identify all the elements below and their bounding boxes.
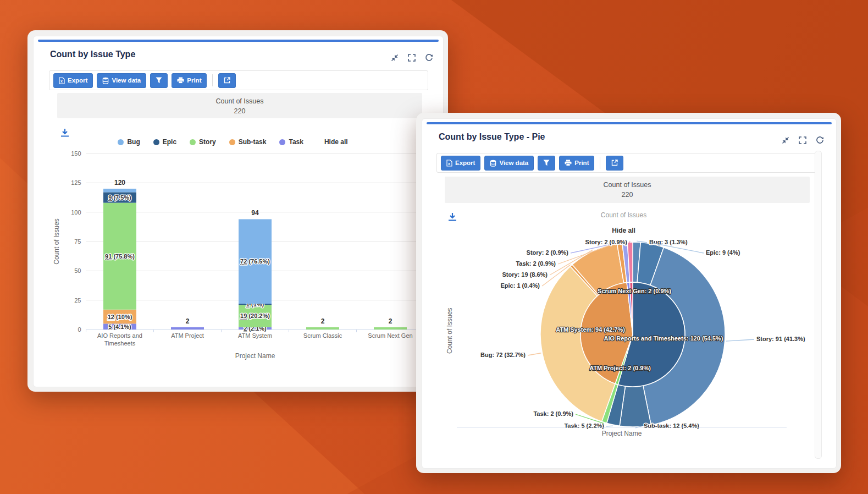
export-label: Export [68, 77, 87, 84]
bar-chart-window-body: Count by Issue Type x Export [33, 36, 444, 387]
svg-text:5 (4.1%): 5 (4.1%) [108, 323, 131, 330]
svg-text:AIO Reports and: AIO Reports and [97, 332, 142, 339]
external-link-icon [611, 160, 618, 166]
fullscreen-icon[interactable] [408, 54, 416, 62]
printer-icon [565, 160, 572, 166]
print-label: Print [187, 77, 201, 84]
external-link-icon [224, 77, 230, 84]
summary-label: Count of Issues [57, 96, 422, 106]
chart-toolbar: x Export View data Print [49, 70, 428, 90]
svg-text:Task: 2 (0.9%): Task: 2 (0.9%) [516, 260, 556, 267]
svg-text:75: 75 [74, 238, 81, 245]
svg-text:x: x [60, 79, 63, 83]
svg-text:150: 150 [71, 150, 81, 157]
excel-file-icon: x [59, 77, 65, 84]
summary-banner: Count of Issues 220 [57, 93, 422, 118]
svg-text:50: 50 [74, 267, 81, 274]
svg-text:Sub-task: 12 (5.4%): Sub-task: 12 (5.4%) [644, 422, 699, 429]
svg-text:12 (10%): 12 (10%) [108, 314, 132, 320]
svg-text:Story: 2 (0.9%): Story: 2 (0.9%) [527, 249, 569, 256]
view-data-button[interactable]: View data [97, 73, 146, 88]
svg-text:9 (7.5%): 9 (7.5%) [108, 194, 131, 201]
svg-text:x: x [448, 162, 450, 166]
accent-bar [427, 122, 832, 124]
svg-text:ATM Project: ATM Project [171, 332, 204, 339]
view-data-label: View data [112, 77, 141, 84]
printer-icon [177, 77, 184, 84]
svg-text:Epic: 1 (0.4%): Epic: 1 (0.4%) [500, 282, 540, 289]
svg-text:91 (75.8%): 91 (75.8%) [105, 253, 135, 260]
scrollbar[interactable] [815, 151, 822, 459]
pie-x-axis-line [457, 427, 787, 427]
svg-text:0: 0 [78, 326, 81, 333]
svg-text:Task: 5 (2.2%): Task: 5 (2.2%) [564, 422, 604, 429]
svg-text:72 (76.5%): 72 (76.5%) [240, 258, 270, 265]
svg-text:Task: 2 (0.9%): Task: 2 (0.9%) [533, 410, 573, 417]
export-button[interactable]: x Export [53, 73, 93, 88]
window-controls [782, 136, 824, 144]
summary-value: 220 [57, 106, 422, 116]
database-icon [490, 160, 496, 167]
toolbar-divider [600, 157, 600, 169]
svg-text:Count of Issues: Count of Issues [53, 218, 60, 264]
svg-text:Timesheets: Timesheets [104, 340, 136, 347]
svg-text:125: 125 [71, 179, 81, 186]
pie-sunburst-chart[interactable]: Bug: 3 (1.3%)Epic: 9 (4%)Story: 91 (41.3… [422, 229, 836, 438]
svg-text:2: 2 [186, 317, 190, 325]
filter-funnel-icon [543, 160, 550, 166]
svg-text:Project Name: Project Name [235, 352, 275, 360]
svg-text:Bug: 72 (32.7%): Bug: 72 (32.7%) [480, 352, 526, 358]
svg-text:120: 120 [114, 179, 125, 186]
filter-button[interactable] [538, 156, 555, 171]
open-external-button[interactable] [606, 156, 623, 171]
open-external-button[interactable] [218, 73, 236, 88]
pie-chart-title: Count of Issues [422, 211, 825, 219]
bar-chart-window: Count by Issue Type x Export [27, 30, 448, 392]
svg-text:Epic: 9 (4%): Epic: 9 (4%) [706, 249, 740, 256]
page-title: Count by Issue Type [50, 50, 135, 59]
view-data-label: View data [499, 160, 528, 166]
chart-toolbar: x Export View data Print [436, 153, 816, 173]
svg-text:Story: 19 (8.6%): Story: 19 (8.6%) [502, 271, 548, 278]
svg-text:AIO Reports and Timesheets: 12: AIO Reports and Timesheets: 120 (54.5%) [604, 335, 723, 342]
svg-text:Story: 2 (0.9%): Story: 2 (0.9%) [585, 239, 628, 245]
svg-text:ATM System: 94 (42.7%): ATM System: 94 (42.7%) [556, 326, 625, 333]
toolbar-divider [212, 74, 213, 86]
fullscreen-icon[interactable] [799, 136, 806, 144]
filter-button[interactable] [150, 73, 168, 88]
svg-text:2: 2 [321, 317, 325, 325]
pie-chart-window-body: Count by Issue Type - Pie x Export [422, 118, 837, 469]
print-button[interactable]: Print [172, 73, 207, 88]
svg-text:94: 94 [251, 209, 259, 217]
svg-text:19 (20.2%): 19 (20.2%) [240, 312, 270, 319]
page-title: Count by Issue Type - Pie [439, 132, 545, 142]
svg-text:Story: 91 (41.3%): Story: 91 (41.3%) [756, 336, 805, 342]
svg-text:Scrum Next Gen: Scrum Next Gen [368, 332, 412, 339]
svg-text:ATM System: ATM System [238, 332, 272, 339]
collapse-icon[interactable] [391, 54, 399, 62]
collapse-icon[interactable] [782, 136, 789, 144]
refresh-icon[interactable] [425, 53, 433, 62]
database-icon [102, 77, 109, 84]
svg-text:100: 100 [71, 209, 81, 216]
summary-label: Count of Issues [445, 180, 810, 190]
export-label: Export [455, 160, 475, 166]
refresh-icon[interactable] [816, 136, 824, 144]
svg-text:Bug: 3 (1.3%): Bug: 3 (1.3%) [649, 239, 688, 245]
svg-text:Scrum Classic: Scrum Classic [303, 332, 342, 339]
svg-text:Scrum Next Gen: 2 (0.9%): Scrum Next Gen: 2 (0.9%) [598, 288, 671, 294]
print-label: Print [574, 160, 589, 166]
window-controls [391, 53, 433, 62]
bar-chart[interactable]: 02550751001251505 (4.1%)12 (10%)91 (75.8… [50, 144, 435, 380]
print-button[interactable]: Print [559, 156, 594, 171]
accent-bar [38, 40, 439, 42]
summary-banner: Count of Issues 220 [445, 177, 810, 203]
svg-text:2: 2 [389, 317, 392, 325]
svg-text:ATM Project: 2 (0.9%): ATM Project: 2 (0.9%) [589, 365, 651, 371]
svg-text:25: 25 [74, 297, 81, 304]
export-button[interactable]: x Export [441, 156, 480, 171]
summary-value: 220 [445, 190, 810, 200]
pie-x-axis-label: Project Name [457, 430, 787, 437]
filter-funnel-icon [156, 77, 162, 84]
view-data-button[interactable]: View data [484, 156, 534, 171]
